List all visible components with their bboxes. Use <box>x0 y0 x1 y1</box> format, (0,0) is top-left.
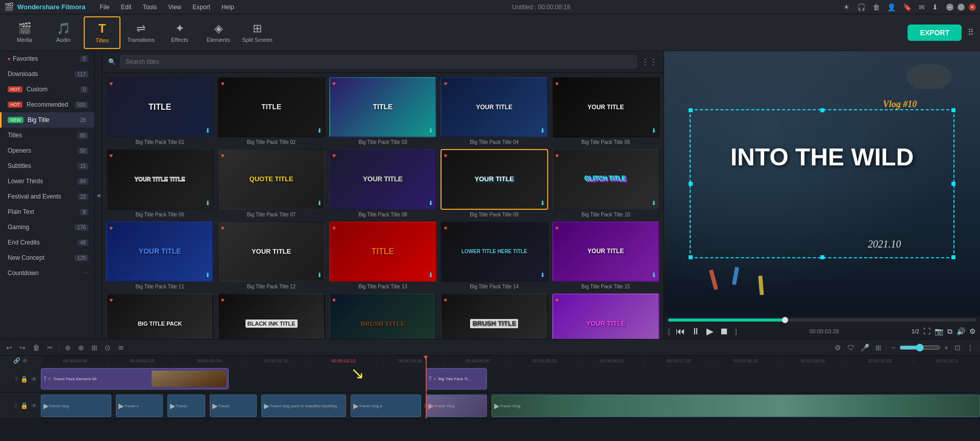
tile-download-13[interactable]: ⬇ <box>428 272 433 279</box>
minimize-btn[interactable]: ─ <box>946 4 953 11</box>
fit-btn[interactable]: ⊡ <box>952 342 963 353</box>
track-2-eye[interactable]: 👁 <box>31 402 37 409</box>
sidebar-item-downloads[interactable]: Downloads 117 <box>0 66 94 82</box>
sidebar-item-new-concept[interactable]: New Concept 120 <box>0 250 94 265</box>
tile-item-2[interactable]: ♥ TITLE ⬇ Big Title Pack Title 02 <box>217 77 325 145</box>
bookmark-icon[interactable]: 🔖 <box>903 3 912 11</box>
cut-btn[interactable]: ✂ <box>45 342 55 353</box>
bracket-right-icon[interactable]: ] <box>735 328 737 335</box>
menu-edit[interactable]: Edit <box>116 3 137 12</box>
toolbar-effects[interactable]: ✦ Effects <box>161 16 198 49</box>
sidebar-item-openers[interactable]: Openers 50 <box>0 143 94 158</box>
detach-btn[interactable]: ⊞ <box>89 342 100 353</box>
sidebar-item-end-credits[interactable]: End Credits 48 <box>0 235 94 250</box>
sidebar-item-lower-thirds[interactable]: Lower Thirds 84 <box>0 174 94 189</box>
sun-icon[interactable]: ☀ <box>843 3 850 11</box>
toolbar-media[interactable]: 🎬 Media <box>6 16 43 49</box>
sidebar-item-festival-events[interactable]: Festival and Events 22 <box>0 189 94 204</box>
toolbar-audio[interactable]: 🎵 Audio <box>45 16 82 49</box>
headphone-icon[interactable]: 🎧 <box>857 3 866 11</box>
tile-item-13[interactable]: ♥ TITLE ⬇ Big Title Pack Title 13 <box>329 222 436 289</box>
tile-item-5[interactable]: ♥ YOUR TITLE ⬇ Big Title Pack Title 05 <box>552 77 659 145</box>
mail-icon[interactable]: ✉ <box>919 3 925 11</box>
search-input[interactable] <box>120 55 637 68</box>
tile-item-1[interactable]: ♥ TITLE ⬇ Big Title Pack Title 01 <box>106 77 213 145</box>
tile-item-19[interactable]: ♥ BRUSH TITLE ⬇ Big Title Pack Title 19 <box>440 293 548 339</box>
redo-btn[interactable]: ↪ <box>17 342 28 353</box>
track-3-eye[interactable]: 👁 <box>31 376 37 383</box>
mic-btn[interactable]: 🎤 <box>859 342 871 353</box>
pip-btn[interactable]: ⧉ <box>947 327 952 336</box>
link-icon[interactable]: 🔗 <box>13 357 20 364</box>
undo-btn[interactable]: ↩ <box>4 342 14 353</box>
toolbar-split-screen[interactable]: ⊞ Split Screen <box>239 16 276 49</box>
menu-help[interactable]: Help <box>216 3 239 12</box>
tile-item-12[interactable]: ♥ YOUR TITLE ⬇ Big Title Pack Title 12 <box>217 222 325 289</box>
tile-item-15[interactable]: ♥ YOUR TITLE ⬇ Big Title Pack Title 15 <box>552 222 659 289</box>
sidebar-collapse-btn[interactable]: ◀ <box>95 51 102 339</box>
maximize-btn[interactable]: □ <box>958 4 965 11</box>
tile-item-4[interactable]: ♥ YOUR TITLE ⬇ Big Title Pack Title 04 <box>440 77 548 145</box>
zoom-in-btn[interactable]: + <box>942 342 950 353</box>
tile-item-7[interactable]: ♥ QUOTE TITLE ⬇ Big Title Pack Title 07 <box>217 149 325 217</box>
video-clip-6[interactable]: ▶ Travel vlog a <box>351 395 421 417</box>
tile-download-6[interactable]: ⬇ <box>205 200 210 207</box>
menu-tools[interactable]: Tools <box>137 3 162 12</box>
clip-travel-pack[interactable]: T ♥ Travel Pack Element 06 <box>41 368 229 389</box>
delete-btn[interactable]: 🗑 <box>31 342 42 353</box>
zoom-out-btn[interactable]: − <box>889 342 897 353</box>
tile-item-10[interactable]: ♥ GLITCH TITLE ⬇ Big Title Pack Title 10 <box>552 149 659 217</box>
video-clip-1[interactable]: ▶ Travel vlog <box>41 395 111 417</box>
tile-item-20[interactable]: ♥ YOUR TITLE ⬇ Big Title Pack Title 20 <box>552 293 659 339</box>
tile-item-18[interactable]: ♥ BRUSH TITLE ⬇ Big Title Pack Title 18 <box>329 293 436 339</box>
tile-download-5[interactable]: ⬇ <box>651 127 656 134</box>
sidebar-item-recommended[interactable]: HOT Recommended 500 <box>0 97 94 112</box>
tile-download-15[interactable]: ⬇ <box>651 272 656 279</box>
preview-progress-bar[interactable] <box>668 318 976 322</box>
tile-item-11[interactable]: ♥ YOUR TITLE ⬇ Big Title Pack Title 11 <box>106 222 213 289</box>
menu-view[interactable]: View <box>163 3 186 12</box>
step-back-btn[interactable]: ⏸ <box>691 326 700 337</box>
filter-btn[interactable]: ⊞ <box>873 342 884 353</box>
tile-download-1[interactable]: ⬇ <box>205 127 210 134</box>
sidebar-item-plain-text[interactable]: Plain Text 8 <box>0 204 94 219</box>
tile-item-3[interactable]: ♥ TITLE ⬇ Big Title Pack Title 03 <box>329 77 436 145</box>
clip-big-title-pack[interactable]: T ♥ Big Title Pack Ti... <box>426 368 487 389</box>
toolbar-elements[interactable]: ◈ Elements <box>200 16 237 49</box>
tile-download-7[interactable]: ⬇ <box>317 200 322 207</box>
download-icon[interactable]: ⬇ <box>932 3 938 11</box>
video-clip-4[interactable]: ▶ Travel <box>210 395 257 417</box>
sidebar-item-titles[interactable]: Titles 80 <box>0 128 94 143</box>
video-clip-5[interactable]: ▶ Travel vlog pack to beautiful travelin… <box>261 395 346 417</box>
zoom-slider[interactable] <box>899 344 940 352</box>
user-icon[interactable]: 👤 <box>887 3 896 11</box>
split-btn[interactable]: ⊕ <box>63 342 73 353</box>
track-3-lock[interactable]: 🔒 <box>20 376 28 383</box>
tile-item-6[interactable]: ♥ YOUR TITLE TITLE ⬇ Big Title Pack Titl… <box>106 149 213 217</box>
tile-download-12[interactable]: ⬇ <box>317 272 322 279</box>
close-btn[interactable]: ✕ <box>969 4 976 11</box>
tile-download-10[interactable]: ⬇ <box>651 200 656 207</box>
video-clip-8[interactable]: ▶ Travel Vlog <box>492 395 980 417</box>
sidebar-item-subtitles[interactable]: Subtitles 15 <box>0 158 94 174</box>
skip-back-btn[interactable]: ⏮ <box>676 326 685 337</box>
shield-btn[interactable]: 🛡 <box>845 342 856 353</box>
tile-download-11[interactable]: ⬇ <box>205 272 210 279</box>
tile-item-14[interactable]: ♥ LOWER TITLE HERE TITLE ⬇ Big Title Pac… <box>440 222 548 289</box>
menu-export[interactable]: Export <box>187 3 215 12</box>
track-2-lock[interactable]: 🔒 <box>20 402 28 409</box>
tile-download-9[interactable]: ⬇ <box>540 200 545 207</box>
settings-btn[interactable]: ⚙ <box>969 327 976 335</box>
toolbar-titles[interactable]: T Titles <box>84 16 120 49</box>
sidebar-item-custom[interactable]: HOT Custom 0 <box>0 82 94 97</box>
tile-item-8[interactable]: ♥ YOUR TITLE ⬇ Big Title Pack Title 08 <box>329 149 436 217</box>
snapshot-btn[interactable]: 📷 <box>935 327 943 335</box>
grid-icon[interactable]: ⠿ <box>968 28 974 37</box>
tile-download-4[interactable]: ⬇ <box>540 127 545 134</box>
volume-btn[interactable]: 🔊 <box>957 327 965 335</box>
fullscreen-btn[interactable]: ⛶ <box>923 327 930 335</box>
sidebar-item-big-title[interactable]: NEW Big Title 28 <box>0 112 94 128</box>
preview-progress-thumb[interactable] <box>782 317 788 323</box>
menu-file[interactable]: File <box>94 3 114 12</box>
more-btn[interactable]: ⋮ <box>965 342 976 353</box>
